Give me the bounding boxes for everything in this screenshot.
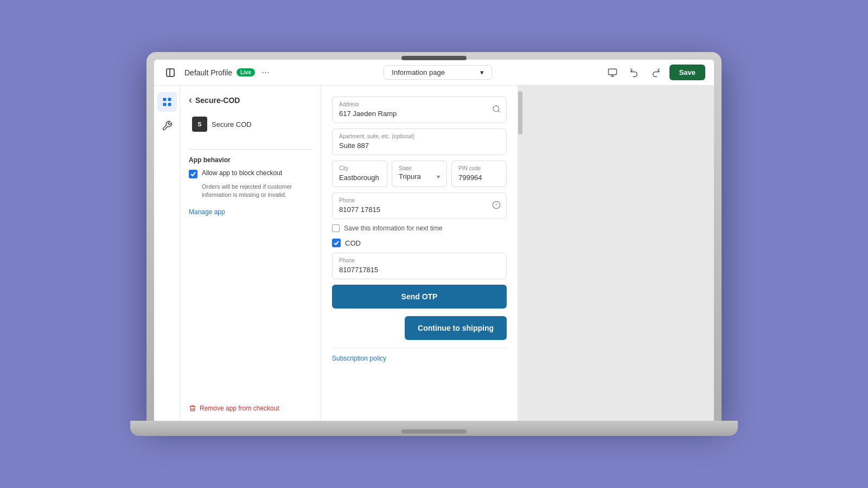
panel-divider [189, 149, 312, 150]
svg-rect-6 [168, 98, 171, 101]
profile-item-label: Secure COD [212, 120, 252, 129]
live-badge: Live [237, 68, 255, 76]
back-arrow-icon: ‹ [189, 94, 192, 106]
header-back-icon[interactable] [163, 65, 178, 80]
icon-sidebar [154, 86, 180, 421]
continue-to-shipping-button[interactable]: Continue to shipping [405, 316, 507, 340]
phone-label: Phone [339, 197, 500, 203]
apt-value: Suite 887 [339, 142, 369, 150]
state-label: State [399, 165, 440, 171]
undo-icon[interactable] [626, 65, 642, 81]
chevron-down-icon: ▾ [480, 68, 484, 76]
phone-value: 81077 17815 [339, 206, 380, 214]
address-row: City Eastborough State Tripura ▾ [332, 160, 507, 187]
svg-line-10 [498, 111, 500, 112]
state-dropdown-icon: ▾ [437, 173, 440, 181]
manage-app-link[interactable]: Manage app [189, 208, 312, 216]
cod-label: COD [345, 239, 361, 247]
page-selector[interactable]: Information page ▾ [384, 65, 492, 80]
subscription-policy-link[interactable]: Subscription policy [332, 355, 507, 362]
cod-row[interactable]: COD [332, 239, 507, 247]
sidebar-grid-icon[interactable] [157, 92, 177, 112]
phone-field[interactable]: Phone 81077 17815 [332, 192, 507, 219]
allow-block-checkout-row[interactable]: Allow app to block checkout [189, 169, 312, 178]
save-info-checkbox[interactable] [332, 224, 340, 232]
app-behavior-title: App behavior [189, 156, 312, 164]
form-divider [332, 348, 507, 348]
city-label: City [339, 165, 380, 171]
svg-point-9 [493, 106, 499, 112]
checkout-card: Address 617 Jaeden Ramp [321, 86, 518, 421]
preview-content: Address 617 Jaeden Ramp [321, 86, 518, 421]
pin-field[interactable]: PIN code 799964 [451, 160, 507, 187]
cod-phone-field[interactable]: Phone 8107717815 [332, 253, 507, 279]
cod-phone-value: 8107717815 [339, 266, 378, 274]
address-value: 617 Jaeden Ramp [339, 110, 397, 118]
state-field[interactable]: State Tripura ▾ [392, 160, 447, 187]
apt-label: Apartment, suite, etc. (optional) [339, 133, 500, 139]
pin-label: PIN code [458, 165, 500, 171]
monitor-icon[interactable] [604, 65, 621, 81]
state-value: Tripura [399, 172, 421, 181]
header-center: Information page ▾ [278, 65, 598, 80]
preview-wrapper: Address 617 Jaeden Ramp [321, 86, 714, 421]
header-profile: Default Profile Live ··· [184, 67, 272, 78]
preview-scrollbar[interactable] [518, 86, 714, 421]
profile-icon: S [192, 117, 207, 132]
svg-rect-5 [163, 98, 166, 101]
left-panel: ‹ Secure-COD S Secure COD App behavior [180, 86, 321, 421]
allow-block-checkbox[interactable] [189, 170, 197, 178]
profile-name: Default Profile [184, 68, 232, 77]
save-info-row[interactable]: Save this information for next time [332, 224, 507, 232]
sidebar-tool-icon[interactable] [157, 116, 177, 136]
info-icon [492, 201, 501, 211]
scroll-thumb [518, 91, 522, 134]
panel-title: Secure-COD [195, 96, 240, 105]
app-header: Default Profile Live ··· Information pag… [154, 60, 714, 86]
save-button[interactable]: Save [669, 65, 705, 80]
svg-rect-8 [168, 103, 171, 106]
remove-app-button[interactable]: Remove app from checkout [189, 394, 312, 412]
svg-rect-2 [608, 69, 616, 75]
address-field[interactable]: Address 617 Jaeden Ramp [332, 97, 507, 123]
pin-value: 799964 [458, 174, 482, 182]
checkbox-desc: Orders will be rejected if customer info… [202, 183, 312, 200]
search-icon [492, 105, 501, 115]
laptop-base [130, 421, 738, 436]
send-otp-button[interactable]: Send OTP [332, 285, 507, 309]
save-info-label: Save this information for next time [344, 224, 442, 232]
panel-back-button[interactable]: ‹ Secure-COD [189, 94, 312, 106]
header-dots-button[interactable]: ··· [259, 67, 272, 78]
profile-item[interactable]: S Secure COD [189, 112, 312, 136]
header-actions: Save [604, 65, 705, 81]
apartment-field[interactable]: Apartment, suite, etc. (optional) Suite … [332, 129, 507, 155]
cod-phone-label: Phone [339, 258, 500, 264]
remove-app-label: Remove app from checkout [200, 404, 279, 412]
city-field[interactable]: City Eastborough [332, 160, 387, 187]
main-preview: Address 617 Jaeden Ramp [321, 86, 714, 421]
svg-rect-7 [163, 103, 166, 106]
city-value: Eastborough [339, 174, 379, 182]
checkbox-label: Allow app to block checkout [202, 169, 282, 177]
page-selector-label: Information page [392, 68, 445, 76]
app-body: ‹ Secure-COD S Secure COD App behavior [154, 86, 714, 421]
address-label: Address [339, 101, 500, 107]
cod-checkbox[interactable] [332, 239, 341, 247]
continue-btn-wrap: Continue to shipping [332, 316, 507, 340]
redo-icon[interactable] [648, 65, 664, 81]
